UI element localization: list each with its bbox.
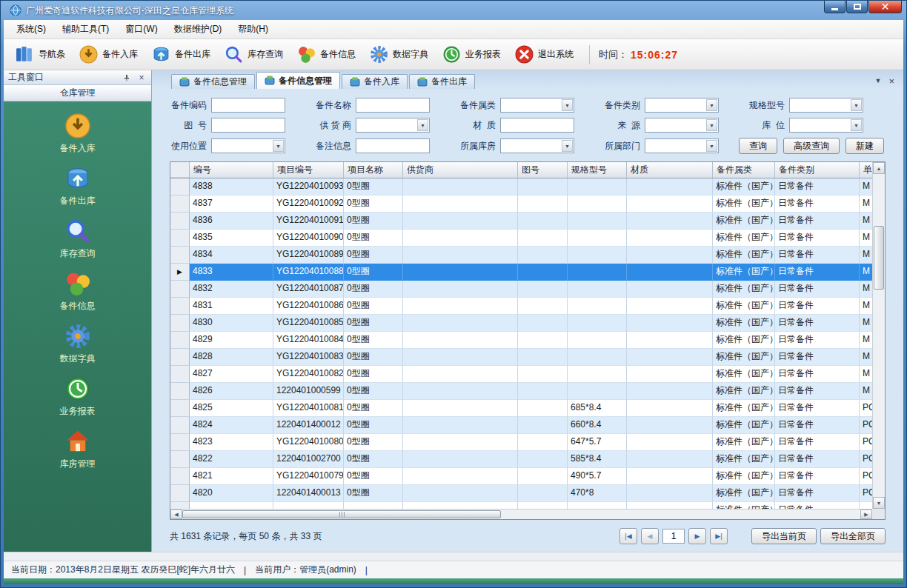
dropdown-arrow-icon[interactable]: ▼ — [706, 119, 717, 131]
table-cell[interactable] — [568, 230, 627, 247]
table-cell[interactable]: 0型圈 — [344, 230, 403, 247]
table-cell[interactable] — [403, 400, 518, 417]
table-cell[interactable] — [403, 281, 518, 298]
table-cell[interactable] — [568, 247, 627, 264]
table-row[interactable]: 4835YG122040100900型圈标准件（国产）日常备件M — [170, 230, 872, 247]
table-cell[interactable]: 1220401400012 — [273, 417, 344, 434]
column-header[interactable]: 编号 — [190, 162, 273, 178]
table-cell[interactable]: YG12204010089 — [273, 247, 344, 264]
table-cell[interactable]: YG12204010082 — [273, 366, 344, 383]
table-cell[interactable] — [518, 332, 568, 349]
table-cell[interactable]: YG12204010088 — [273, 264, 344, 281]
table-row[interactable]: 4838YG122040100930型圈标准件（国产）日常备件M — [170, 178, 872, 196]
table-cell[interactable]: 标准件（国产） — [713, 366, 775, 383]
toolbar-item-business-report[interactable]: 业务报表 — [435, 43, 508, 66]
table-cell[interactable]: 4832 — [190, 281, 273, 298]
table-cell[interactable]: YG12204010091 — [273, 213, 344, 230]
table-cell[interactable]: 4835 — [190, 230, 273, 247]
table-cell[interactable]: 日常备件 — [775, 213, 860, 230]
row-selector[interactable] — [170, 400, 190, 417]
table-cell[interactable]: 585*8.4 — [568, 451, 627, 468]
table-cell[interactable]: YG12204010084 — [273, 332, 344, 349]
field-input[interactable] — [211, 118, 285, 133]
table-cell[interactable]: 日常备件 — [775, 196, 860, 213]
table-cell[interactable]: 4825 — [190, 400, 273, 417]
table-cell[interactable]: 日常备件 — [775, 315, 860, 332]
last-page-button[interactable]: ▶| — [710, 528, 728, 544]
table-cell[interactable]: 日常备件 — [775, 247, 860, 264]
toolbar-item-parts-outbound[interactable]: 备件出库 — [144, 43, 217, 66]
table-row[interactable]: 4829YG122040100840型圈标准件（国产）日常备件M — [170, 332, 872, 349]
table-cell[interactable] — [568, 349, 627, 366]
menu-help[interactable]: 帮助(H) — [230, 20, 276, 39]
column-header[interactable]: 材质 — [627, 162, 713, 178]
sidebar-item-data-dictionary[interactable]: 数据字典 — [22, 322, 133, 365]
field-input[interactable] — [500, 118, 574, 133]
menu-system[interactable]: 系统(S) — [8, 20, 54, 39]
table-cell[interactable]: 0型圈 — [344, 485, 403, 502]
row-selector[interactable] — [170, 315, 190, 332]
scroll-right-button[interactable]: ▶ — [860, 510, 872, 519]
field-combobox[interactable]: ▼ — [645, 118, 719, 133]
table-cell[interactable] — [403, 468, 518, 485]
table-cell[interactable]: 标准件（国产） — [713, 434, 775, 451]
row-selector[interactable] — [170, 178, 190, 196]
table-cell[interactable]: 标准件（国产） — [713, 485, 775, 502]
column-header[interactable]: 备件类别 — [775, 162, 860, 178]
table-cell[interactable]: 日常备件 — [775, 434, 860, 451]
table-cell[interactable]: 660*8.4 — [568, 417, 627, 434]
table-cell[interactable]: 日常备件 — [775, 349, 860, 366]
table-cell[interactable] — [627, 349, 713, 366]
table-cell[interactable]: 标准件（国产） — [713, 247, 775, 264]
table-cell[interactable]: 标准件（国产） — [713, 213, 775, 230]
table-cell[interactable]: 0型圈 — [344, 349, 403, 366]
column-header[interactable]: 项目名称 — [344, 162, 403, 178]
table-cell[interactable] — [403, 451, 518, 468]
table-row[interactable]: ▶4833YG122040100880型圈标准件（国产）日常备件M — [170, 264, 872, 281]
table-cell[interactable]: 685*8.4 — [568, 400, 627, 417]
sidebar-item-business-report[interactable]: 业务报表 — [22, 375, 133, 418]
table-cell[interactable] — [518, 247, 568, 264]
table-row[interactable]: 4821YG122040100790型圈490*5.7标准件（国产）日常备件PC — [170, 468, 872, 485]
table-cell[interactable]: 日常备件 — [775, 366, 860, 383]
table-cell[interactable]: 0型圈 — [344, 451, 403, 468]
tab-parts-outbound[interactable]: 备件出库 — [409, 74, 475, 89]
dropdown-arrow-icon[interactable]: ▼ — [562, 140, 573, 152]
table-cell[interactable] — [627, 400, 713, 417]
table-cell[interactable]: PC — [860, 417, 872, 434]
table-cell[interactable]: 0型圈 — [344, 264, 403, 281]
column-header[interactable]: 备件属类 — [713, 162, 775, 178]
table-cell[interactable] — [568, 332, 627, 349]
table-cell[interactable] — [568, 315, 627, 332]
table-cell[interactable]: 标准件（国产） — [713, 417, 775, 434]
table-cell[interactable] — [627, 332, 713, 349]
table-row[interactable]: 4827YG122040100820型圈标准件（国产）日常备件M — [170, 366, 872, 383]
table-cell[interactable] — [518, 383, 568, 400]
table-cell[interactable] — [568, 213, 627, 230]
dropdown-arrow-icon[interactable]: ▼ — [851, 99, 862, 111]
table-row[interactable]: 4834YG122040100890型圈标准件（国产）日常备件M — [170, 247, 872, 264]
table-cell[interactable] — [627, 178, 713, 196]
first-page-button[interactable]: |◀ — [619, 528, 637, 544]
table-cell[interactable]: 日常备件 — [775, 468, 860, 485]
table-cell[interactable]: 0型圈 — [344, 196, 403, 213]
table-cell[interactable]: PC — [860, 400, 872, 417]
minimize-button[interactable] — [824, 1, 845, 13]
table-cell[interactable] — [403, 247, 518, 264]
table-cell[interactable]: M — [860, 281, 872, 298]
table-cell[interactable]: PC — [860, 451, 872, 468]
table-cell[interactable]: M — [860, 383, 872, 400]
scroll-left-button[interactable]: ◀ — [170, 510, 182, 519]
table-cell[interactable] — [627, 383, 713, 400]
table-cell[interactable] — [518, 451, 568, 468]
maximize-button[interactable] — [846, 1, 868, 13]
table-cell[interactable] — [568, 366, 627, 383]
table-cell[interactable] — [627, 315, 713, 332]
table-cell[interactable]: PC — [860, 485, 872, 502]
scroll-down-button[interactable]: ▼ — [873, 497, 885, 509]
vertical-scrollbar[interactable]: ▲ ▼ — [872, 162, 885, 509]
table-cell[interactable]: 0型圈 — [344, 332, 403, 349]
table-cell[interactable]: 0型圈 — [344, 468, 403, 485]
table-cell[interactable]: 0型圈 — [344, 315, 403, 332]
close-button[interactable]: ✕ — [868, 1, 902, 13]
